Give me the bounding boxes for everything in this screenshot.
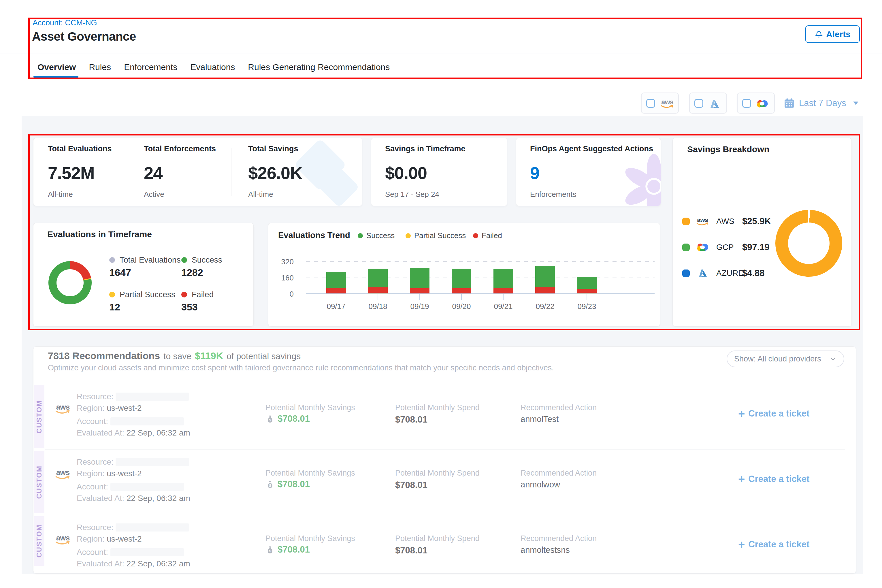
chevron-down-icon <box>829 355 837 363</box>
total-evaluations-label: Total Evaluations <box>120 255 181 265</box>
summary-stats-card: Total Evaluations 7.52M All-time Total E… <box>33 138 362 206</box>
breakdown-legend-azure: AZURE $4.88 <box>682 267 765 280</box>
tab-enforcements[interactable]: Enforcements <box>124 62 177 72</box>
custom-badge: CUSTOM <box>34 516 44 566</box>
breakdown-gcp-label: GCP <box>716 243 742 252</box>
stat-total-savings-sub: All-time <box>248 190 302 199</box>
savings-in-timeframe-value: $0.00 <box>385 163 465 183</box>
trend-bar-09/22 <box>535 266 555 293</box>
potential-monthly-spend-label: Potential Monthly Spend <box>395 469 480 478</box>
potential-monthly-savings-value: $ $708.01 <box>266 479 310 489</box>
x-tick <box>336 294 336 300</box>
aws-swatch <box>682 218 690 225</box>
azure-icon <box>709 98 720 110</box>
x-tick-label: 09/21 <box>489 302 518 311</box>
custom-badge: CUSTOM <box>34 451 44 513</box>
svg-text:aws: aws <box>661 98 674 106</box>
gcp-icon <box>756 99 769 109</box>
tab-bar: Overview Rules Enforcements Evaluations … <box>38 62 390 72</box>
recommended-action-value: anmolwow <box>520 480 560 489</box>
plus-icon: + <box>738 539 745 550</box>
create-ticket-button[interactable]: + Create a ticket <box>738 539 809 550</box>
savings-in-timeframe-label: Savings in Timeframe <box>385 144 465 153</box>
tab-rules[interactable]: Rules <box>89 62 111 72</box>
svg-text:aws: aws <box>56 534 70 542</box>
savings-in-timeframe-sub: Sep 17 - Sep 24 <box>385 190 465 199</box>
trend-bar-09/18 <box>368 268 388 293</box>
provider-filter-gcp[interactable] <box>737 93 775 114</box>
finops-agent-sub: Enforcements <box>530 190 653 199</box>
success-value: 1282 <box>181 267 203 278</box>
recommended-action-label: Recommended Action <box>520 534 597 543</box>
potential-monthly-savings-label: Potential Monthly Savings <box>266 403 355 412</box>
tab-overview[interactable]: Overview <box>38 62 76 72</box>
potential-monthly-spend-value: $708.01 <box>395 414 428 425</box>
y-tick-0: 0 <box>276 290 294 298</box>
aws-icon: aws <box>696 216 710 226</box>
evaluations-in-timeframe-title: Evaluations in Timeframe <box>47 230 152 239</box>
stat-total-evaluations-sub: All-time <box>48 190 112 199</box>
recommended-action-value: anmoltestsns <box>520 545 570 555</box>
recommended-action-label: Recommended Action <box>520 403 597 412</box>
create-ticket-button[interactable]: + Create a ticket <box>738 408 809 419</box>
x-tick-label: 09/19 <box>405 302 434 311</box>
redacted-account <box>110 417 184 425</box>
breakdown-aws-value: $25.9K <box>742 216 771 226</box>
recommendation-row: CUSTOM aws Resource: Region: us-west-2 A… <box>33 516 856 574</box>
potential-monthly-savings-value: $ $708.01 <box>266 414 310 424</box>
breakdown-gcp-value: $97.19 <box>742 242 770 252</box>
active-tab-underline <box>33 76 78 78</box>
finops-agent-label: FinOps Agent Suggested Actions <box>530 144 653 153</box>
potential-monthly-savings-value: $ $708.01 <box>266 544 310 555</box>
recommendations-heading-tail: of potential savings <box>226 351 301 361</box>
savings-in-timeframe-card: Savings in Timeframe $0.00 Sep 17 - Sep … <box>371 138 507 206</box>
potential-monthly-spend-value: $708.01 <box>395 480 428 490</box>
plus-icon: + <box>738 473 745 485</box>
cloud-provider-filter-dropdown[interactable]: Show: All cloud providers <box>727 351 844 367</box>
provider-filter-azure[interactable] <box>689 93 727 114</box>
recommended-action-value: anmolTest <box>520 414 559 424</box>
partial-success-label: Partial Success <box>120 290 175 299</box>
redacted-account <box>110 483 184 491</box>
aws-icon: aws <box>54 533 72 546</box>
recommendation-row: CUSTOM aws Resource: Region: us-west-2 A… <box>33 386 856 451</box>
header-divider <box>0 54 882 54</box>
alerts-button-label: Alerts <box>826 29 850 39</box>
y-tick-160: 160 <box>276 273 294 282</box>
provider-filter-aws[interactable]: aws <box>641 93 679 114</box>
aws-icon: aws <box>54 468 72 481</box>
svg-text:aws: aws <box>56 403 70 411</box>
trend-plot-area <box>306 251 655 293</box>
create-ticket-label: Create a ticket <box>748 474 809 484</box>
partial-success-dot <box>109 292 115 297</box>
azure-checkbox[interactable] <box>694 99 703 108</box>
x-tick-label: 09/20 <box>447 302 476 311</box>
trend-bar-09/20 <box>452 268 471 293</box>
recommendations-panel: 7818 Recommendations to save $119K of po… <box>33 346 856 574</box>
account-breadcrumb[interactable]: Account: CCM-NG <box>33 18 97 27</box>
moneybag-icon: $ <box>266 414 275 423</box>
tab-evaluations[interactable]: Evaluations <box>190 62 235 72</box>
failed-value: 353 <box>181 302 198 313</box>
cloud-provider-filter-label: Show: All cloud providers <box>734 354 821 363</box>
recommendations-subtitle: Optimize your cloud assets and minimize … <box>48 363 554 372</box>
alerts-button[interactable]: Alerts <box>806 26 860 43</box>
trend-x-axis: 09/1709/1809/1909/2009/2109/2209/23 <box>306 293 655 316</box>
date-range-picker[interactable]: Last 7 Days <box>783 95 859 111</box>
stat-total-savings-value: $26.0K <box>248 163 302 183</box>
redacted-resource <box>116 458 189 466</box>
x-tick-label: 09/17 <box>322 302 351 311</box>
failed-dot <box>181 292 187 297</box>
stat-total-enforcements-value: 24 <box>144 163 216 183</box>
gcp-checkbox[interactable] <box>742 99 751 108</box>
evaluations-trend-card: Evaluations Trend Success Partial Succes… <box>268 223 660 327</box>
create-ticket-button[interactable]: + Create a ticket <box>738 473 809 485</box>
tab-rules-generating-recommendations[interactable]: Rules Generating Recommendations <box>248 62 390 72</box>
potential-monthly-savings-label: Potential Monthly Savings <box>266 469 355 478</box>
x-tick <box>545 294 545 300</box>
moneybag-icon: $ <box>266 545 275 554</box>
trend-partial-dot <box>405 233 411 238</box>
donut-hole <box>57 269 84 296</box>
stat-total-evaluations-label: Total Evaluations <box>48 144 112 153</box>
aws-checkbox[interactable] <box>646 99 655 108</box>
